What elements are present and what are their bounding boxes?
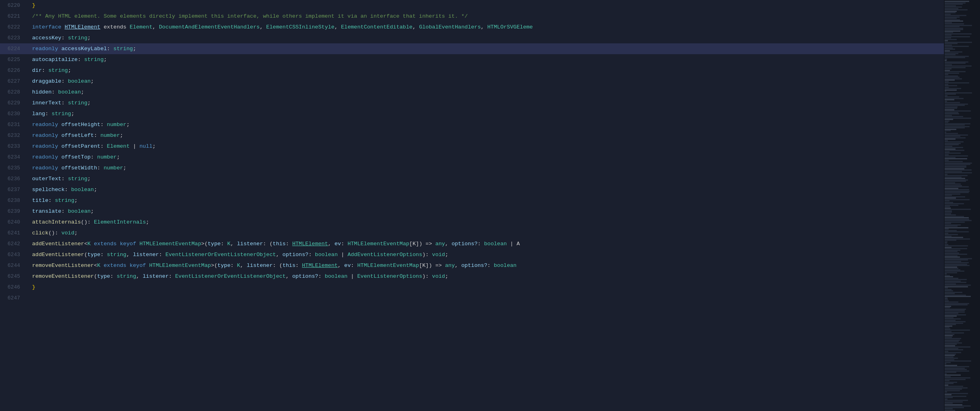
minimap-line (945, 286, 968, 287)
token: this (273, 241, 286, 247)
token: , (136, 273, 142, 279)
line-content: title: string; (28, 197, 936, 203)
token: draggable (32, 78, 61, 84)
token: boolean (484, 241, 507, 247)
token: accessKeyLabel (61, 46, 107, 52)
token: : (65, 187, 71, 193)
token: listener (142, 273, 169, 279)
token: string (68, 35, 87, 41)
token: : (286, 241, 292, 247)
line-number: 6232 (0, 132, 28, 138)
token: void (432, 252, 445, 258)
token: offsetHeight (61, 122, 100, 128)
token: EventListenerOrEventListenerObject (175, 273, 285, 279)
token: HTMLElement (292, 241, 328, 247)
token: null (139, 143, 152, 149)
token: string (114, 46, 133, 52)
code-line: 6235 readonly offsetWidth: number; (0, 163, 944, 173)
token: listener (247, 262, 273, 269)
token: attachInternals (32, 219, 81, 225)
token: , (481, 24, 487, 30)
code-line: 6243 addEventListener(type: string, list… (0, 249, 944, 260)
code-line: 6231 readonly offsetHeight: number; (0, 119, 944, 130)
token: : (230, 262, 237, 269)
token: : ( (263, 241, 272, 247)
line-number: 6222 (0, 24, 28, 30)
token: string (68, 176, 87, 182)
token: , (260, 24, 266, 30)
token: ; (87, 35, 91, 41)
line-content: removeEventListener(type: string, listen… (28, 273, 936, 279)
line-number: 6227 (0, 78, 28, 84)
token: : (341, 241, 348, 247)
token: ; (133, 46, 136, 52)
token: : (295, 262, 302, 269)
code-line: 6222interface HTMLElement extends Elemen… (0, 22, 944, 33)
token: HTMLElementEventMap (348, 241, 409, 247)
code-line: 6223 accessKey: string; (0, 33, 944, 43)
code-line: 6244 removeEventListener<K extends keyof… (0, 260, 944, 271)
token: readonly (32, 122, 61, 128)
code-line: 6230 lang: string; (0, 108, 944, 119)
token: : (309, 252, 315, 258)
line-number: 6246 (0, 284, 28, 290)
token: readonly (32, 165, 61, 171)
token: ; (126, 122, 130, 128)
line-content: click(): void; (28, 230, 936, 236)
line-content: hidden: boolean; (28, 89, 936, 95)
line-content: addEventListener(type: string, listener:… (28, 252, 936, 258)
token: readonly (32, 46, 61, 52)
token: any (435, 241, 445, 247)
token: ; (74, 230, 77, 236)
token: : (61, 35, 68, 41)
code-line: 6229 innerText: string; (0, 98, 944, 108)
token: readonly (32, 132, 61, 138)
token: ; (68, 67, 71, 73)
token: ; (123, 165, 126, 171)
token: : (110, 273, 116, 279)
token: ElementCSSInlineStyle (266, 24, 334, 30)
token: , (455, 262, 461, 269)
token: string (107, 252, 126, 258)
token: ; (91, 208, 94, 214)
token: HTMLElement (65, 24, 100, 30)
code-line: 6238 title: string; (0, 195, 944, 206)
token: : (61, 208, 68, 214)
line-number: 6221 (0, 13, 28, 19)
code-line: 6220} (0, 0, 944, 11)
token: : (221, 241, 227, 247)
token: type (218, 262, 230, 269)
line-content: lang: string; (28, 111, 936, 117)
line-number: 6236 (0, 176, 28, 182)
token: removeEventListener (32, 273, 94, 279)
token: lang (32, 111, 45, 117)
token: } (32, 284, 35, 290)
code-line: 6228 hidden: boolean; (0, 87, 944, 98)
token: , (338, 262, 344, 269)
line-number: 6240 (0, 219, 28, 225)
token: ; (445, 273, 448, 279)
token: extends (100, 24, 130, 30)
line-content: accessKey: string; (28, 35, 936, 41)
token: readonly (32, 143, 61, 149)
token: : (52, 89, 58, 95)
token: number (100, 132, 120, 138)
token: dir (32, 67, 42, 73)
token: /** Any HTML element. Some elements dire… (32, 13, 468, 19)
token: Element (130, 24, 152, 30)
token: void (432, 273, 445, 279)
code-line: 6225 autocapitalize: string; (0, 54, 944, 65)
token: [K]) => (409, 241, 435, 247)
token: : (42, 67, 48, 73)
token: options? (461, 262, 487, 269)
line-content: readonly offsetWidth: number; (28, 165, 936, 171)
code-area[interactable]: 6220}6221/** Any HTML element. Some elem… (0, 0, 944, 411)
minimap-line (945, 296, 971, 297)
token: : (169, 273, 175, 279)
token: : (159, 252, 165, 258)
token: : (61, 78, 68, 84)
line-content: removeEventListener<K extends keyof HTML… (28, 262, 936, 269)
token: title (32, 197, 49, 203)
token: ; (71, 111, 74, 117)
line-number: 6225 (0, 57, 28, 63)
